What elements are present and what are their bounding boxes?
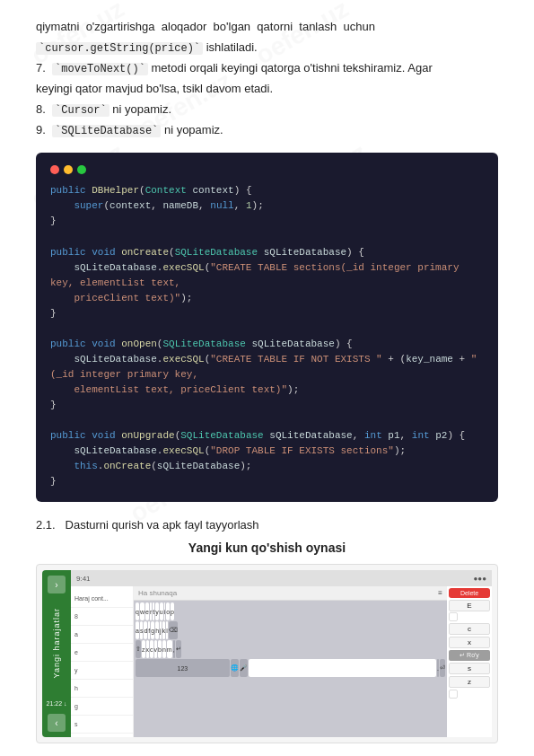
key-o[interactable]: o xyxy=(166,602,170,620)
key-j[interactable]: j xyxy=(160,621,162,639)
code-sqlitedatabase: `SQLiteDatabase` xyxy=(52,125,161,137)
phone-sidebar: › Yangi harajatlar 21:22 ↓ ‹ xyxy=(42,570,71,737)
phone-input-bar: Ha shunaqa ≡ xyxy=(134,586,447,601)
input-action-icon: ≡ xyxy=(438,589,442,597)
key-r[interactable]: r xyxy=(150,602,152,620)
code-line-15: public void onUpgrade(SQLiteDatabase sQL… xyxy=(50,428,484,444)
sidebar-arrow-down[interactable]: ‹ xyxy=(48,714,66,732)
key-space[interactable] xyxy=(249,659,436,677)
sidebar-label-text: Yangi harajatlar xyxy=(52,608,61,678)
code-line-1: public DBHelper(Context context) { xyxy=(50,183,484,198)
right-key-x[interactable]: x xyxy=(449,637,490,648)
sidebar-arrow-up[interactable]: › xyxy=(48,576,66,593)
code-cursor-getstring: `cursor.getString(price)` xyxy=(36,42,203,55)
key-i[interactable]: i xyxy=(164,602,166,620)
code-cursor: `Cursor` xyxy=(52,104,109,117)
key-comma[interactable]: , xyxy=(173,640,175,658)
phone-content-row: Haraj cont... 8 a e y xyxy=(71,586,492,737)
code-line-8: } xyxy=(50,306,484,321)
right-key-s[interactable]: s xyxy=(449,663,490,674)
code-line-18: } xyxy=(50,474,484,489)
key-t[interactable]: t xyxy=(153,602,154,620)
key-a[interactable]: a xyxy=(136,621,139,639)
key-mic[interactable]: 🎤 xyxy=(240,659,248,677)
key-f[interactable]: f xyxy=(148,621,150,639)
section-number: 2.1. xyxy=(36,518,56,532)
key-done[interactable]: ⏎ xyxy=(440,659,445,677)
key-h[interactable]: h xyxy=(155,621,159,639)
list-item-8[interactable]: s xyxy=(71,716,133,734)
phone-main-content: 9:41 ●●● Haraj cont... 8 a xyxy=(71,570,492,737)
close-dot xyxy=(50,165,59,174)
code-content: public DBHelper(Context context) { super… xyxy=(50,183,484,489)
key-shift[interactable]: ⇧ xyxy=(136,640,141,658)
code-line-3: } xyxy=(50,214,484,229)
keyboard-row-4: 123 🌐 🎤 . ⏎ xyxy=(136,659,445,677)
list-item-5[interactable]: y xyxy=(71,662,133,680)
key-c[interactable]: c xyxy=(150,640,153,658)
list-item-1[interactable]: Haraj cont... xyxy=(71,590,133,608)
key-123[interactable]: 123 xyxy=(136,659,230,677)
section-2-1-heading: 2.1. Dasturni qurish va apk fayl tayyorl… xyxy=(36,518,498,532)
code-block-titlebar xyxy=(50,165,484,174)
minimize-dot xyxy=(64,165,73,174)
key-backspace[interactable]: ⌫ xyxy=(169,621,178,639)
key-return[interactable]: ↵ xyxy=(176,640,181,658)
right-key-checkbox xyxy=(449,612,458,621)
list-item-7[interactable]: g xyxy=(71,698,133,716)
key-l[interactable]: l xyxy=(166,621,168,639)
list-item-4[interactable]: e xyxy=(71,644,133,662)
status-time: 9:41 xyxy=(76,575,91,583)
list-item-2[interactable]: 8 xyxy=(71,608,133,626)
code-line-12: elementList text, priceClient text)"); xyxy=(50,382,484,398)
intro-line-3: 7. `moveToNext()` metodi orqali keyingi … xyxy=(36,59,498,78)
intro-line-6: 9. `SQLiteDatabase` ni yopamiz. xyxy=(36,121,498,140)
keyboard-container: q w e r t y u i o p xyxy=(134,601,447,737)
sidebar-time: 21:22 ↓ xyxy=(47,700,67,707)
phone-mockup-yangi-kun: › Yangi harajatlar 21:22 ↓ ‹ 9:41 ●●● xyxy=(42,570,492,737)
key-z[interactable]: z xyxy=(142,640,145,658)
intro-line-5: 8. `Cursor` ni yopamiz. xyxy=(36,101,498,119)
key-period[interactable]: . xyxy=(437,659,439,677)
key-x[interactable]: x xyxy=(146,640,150,658)
expand-dot xyxy=(77,165,86,174)
right-key-E[interactable]: E xyxy=(449,600,490,611)
key-d[interactable]: d xyxy=(144,621,147,639)
list-item-3[interactable]: a xyxy=(71,626,133,644)
key-n[interactable]: n xyxy=(162,640,166,658)
key-globe[interactable]: 🌐 xyxy=(231,659,239,677)
keyboard-row-1: q w e r t y u i o p xyxy=(136,602,445,620)
code-line-17: this.onCreate(sQLiteDatabase); xyxy=(50,459,484,474)
intro-text-block: qiymatni o'zgartirishga aloqador bo'lgan… xyxy=(36,18,498,140)
code-line-13: } xyxy=(50,398,484,413)
action-btn-grey[interactable]: ↵ Ro'y xyxy=(449,650,490,661)
code-block: public DBHelper(Context context) { super… xyxy=(36,153,498,502)
phone-right-panel: Delete E c x ↵ Ro'y s z xyxy=(447,586,492,737)
code-line-16: sQLiteDatabase.execSQL("DROP TABLE IF EX… xyxy=(50,444,484,459)
key-g[interactable]: g xyxy=(151,621,154,639)
phone-list-area: Haraj cont... 8 a e y xyxy=(71,586,134,737)
status-signal: ●●● xyxy=(474,575,487,583)
code-line-11: sQLiteDatabase.execSQL("CREATE TABLE IF … xyxy=(50,352,484,382)
intro-line-1: qiymatni o'zgartirishga aloqador bo'lgan… xyxy=(36,18,498,37)
key-s[interactable]: s xyxy=(140,621,144,639)
list-item-6[interactable]: h xyxy=(71,680,133,698)
key-p[interactable]: p xyxy=(171,602,174,620)
intro-line-2: `cursor.getString(price)` ishlatiladi. xyxy=(36,39,498,57)
key-q[interactable]: q xyxy=(136,602,139,620)
code-line-10: public void onOpen(SQLiteDatabase sQLite… xyxy=(50,337,484,352)
key-w[interactable]: w xyxy=(140,602,144,620)
key-v[interactable]: v xyxy=(154,640,158,658)
right-key-z[interactable]: z xyxy=(449,676,490,688)
right-key-c[interactable]: c xyxy=(449,623,490,635)
key-e[interactable]: e xyxy=(145,602,149,620)
key-b[interactable]: b xyxy=(158,640,162,658)
keyboard-row-2: a s d f g h j k l ⌫ xyxy=(136,621,445,639)
right-key-group: E xyxy=(449,600,490,621)
key-u[interactable]: u xyxy=(160,602,163,620)
key-y[interactable]: y xyxy=(155,602,159,620)
delete-button[interactable]: Delete xyxy=(449,588,490,598)
key-m[interactable]: m xyxy=(167,640,172,658)
key-k[interactable]: k xyxy=(162,621,166,639)
yangi-kun-heading: Yangi kun qo'shish oynasi xyxy=(36,541,498,555)
